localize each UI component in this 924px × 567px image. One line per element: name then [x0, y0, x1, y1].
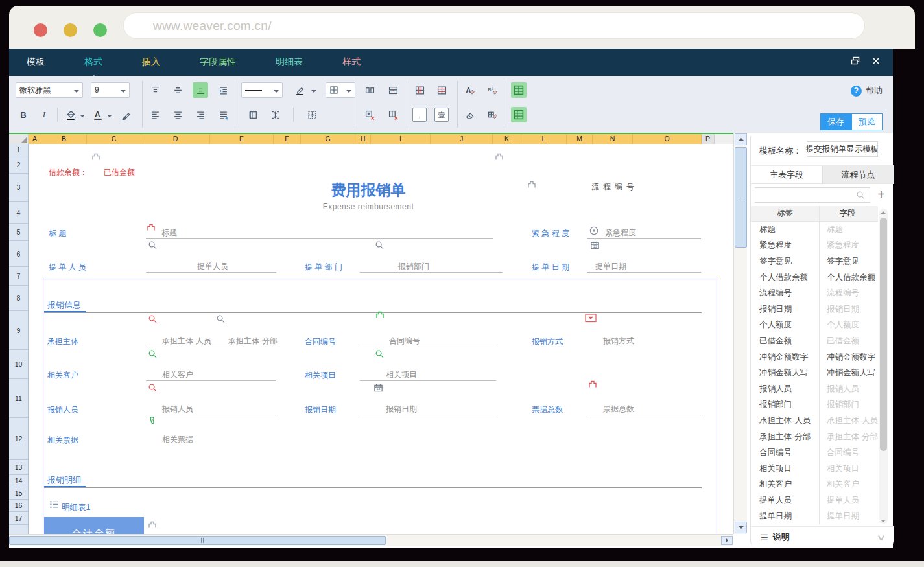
split-cell-button[interactable] — [362, 107, 377, 122]
dotted-grid-button[interactable] — [304, 107, 320, 122]
field-list-row[interactable]: 相关项目 相关项目 — [751, 461, 878, 477]
field-list-row[interactable]: 合同编号 合同编号 — [751, 445, 878, 461]
insert-column-line-button[interactable] — [412, 82, 427, 98]
total-amount-cell[interactable]: 合计金额 — [44, 517, 144, 534]
field-list-row[interactable]: 已借金额 已借金额 — [751, 333, 878, 349]
clear-cell-format-button[interactable]: BJ — [484, 82, 500, 98]
column-header[interactable]: C — [87, 134, 141, 144]
flow-number-field[interactable]: 流程编号 — [591, 181, 638, 192]
font-color-button[interactable]: A — [90, 107, 106, 122]
description-bar[interactable]: ☰ 说明 ∨ — [751, 526, 894, 548]
add-field-button[interactable]: + — [874, 187, 888, 202]
row-header[interactable]: 15 — [9, 487, 28, 500]
scroll-up-icon[interactable] — [881, 209, 886, 214]
traffic-light-zoom[interactable] — [93, 23, 107, 37]
detail-table-link[interactable]: 明细表1 — [62, 502, 90, 513]
field-list-row[interactable]: 冲销金额数字 冲销金额数字 — [751, 349, 878, 365]
table-eraser-button[interactable] — [484, 107, 500, 122]
loan-balance-field[interactable]: 已借金额 — [104, 167, 135, 178]
row-header[interactable]: 7 — [9, 267, 28, 286]
field-label-person[interactable]: 报销人员 — [47, 404, 78, 415]
field-value-customer[interactable]: 相关客户 — [162, 369, 193, 380]
merge-cells-button[interactable] — [362, 82, 377, 98]
scroll-up-button[interactable] — [735, 133, 747, 145]
field-value-submit-date[interactable]: 提单日期 — [595, 261, 626, 272]
save-button[interactable]: 保存 — [820, 113, 851, 130]
show-detail-grid-button[interactable] — [511, 107, 527, 122]
field-label-bills[interactable]: 相关票据 — [47, 435, 78, 446]
field-value-method[interactable]: 报销方式 — [603, 336, 634, 347]
fill-color-button[interactable] — [63, 107, 78, 122]
field-label-submitter[interactable]: 提 单 人 员 — [49, 262, 86, 273]
field-label-customer[interactable]: 相关客户 — [47, 370, 78, 381]
align-center-button[interactable] — [170, 107, 185, 122]
column-header[interactable]: N — [593, 134, 633, 144]
field-value-title[interactable]: 标题 — [161, 227, 177, 238]
panel-scroll-thumb[interactable] — [880, 218, 887, 451]
preview-button[interactable]: 预览 — [851, 113, 883, 130]
search-icon[interactable] — [148, 314, 158, 324]
radio-icon[interactable] — [589, 226, 599, 236]
field-value-bearer-person[interactable]: 承担主体-人员 — [162, 336, 211, 347]
insert-field-icon[interactable] — [587, 380, 598, 390]
traffic-light-close[interactable] — [34, 23, 47, 37]
field-value-bills[interactable]: 相关票据 — [162, 434, 193, 445]
search-icon[interactable] — [375, 240, 385, 250]
row-header[interactable]: 10 — [9, 350, 28, 379]
search-icon[interactable] — [148, 383, 158, 393]
field-list-row[interactable]: 标题 标题 — [751, 222, 878, 238]
row-header[interactable]: 8 — [9, 286, 28, 311]
border-grid-select[interactable] — [326, 82, 355, 98]
field-value-contract[interactable]: 合同编号 — [389, 336, 420, 347]
column-header[interactable]: M — [567, 134, 593, 144]
menu-tab[interactable]: 格式 — [84, 56, 102, 68]
indent-button[interactable] — [215, 82, 231, 98]
field-label-submit-dept[interactable]: 提 单 部 门 — [305, 262, 342, 273]
insert-field-icon[interactable] — [527, 180, 537, 191]
field-value-project[interactable]: 相关项目 — [386, 369, 417, 380]
section-title-info[interactable]: 报销信息 — [47, 299, 81, 311]
row-header[interactable]: 11 — [9, 379, 28, 418]
unmerge-cell-button[interactable] — [385, 107, 401, 122]
row-header[interactable]: 1 — [9, 144, 28, 156]
show-grid-button[interactable] — [511, 82, 527, 98]
column-header[interactable]: G — [301, 134, 355, 144]
insert-field-icon[interactable] — [494, 152, 504, 163]
field-list-row[interactable]: 提单日期 提单日期 — [751, 509, 878, 525]
align-right-button[interactable] — [193, 107, 208, 122]
panel-scrollbar[interactable] — [879, 209, 888, 524]
tab-main-table-fields[interactable]: 主表字段 — [751, 166, 822, 183]
search-icon[interactable] — [375, 349, 385, 359]
canvas-horizontal-scrollbar[interactable] — [9, 534, 733, 546]
valign-bottom-button[interactable] — [193, 82, 208, 98]
field-value-submitter[interactable]: 提单人员 — [197, 261, 228, 272]
close-window-icon[interactable] — [871, 56, 881, 66]
cell-frame-button[interactable] — [245, 107, 261, 122]
field-list-row[interactable]: 提单人员 提单人员 — [751, 492, 878, 509]
field-label-method[interactable]: 报销方式 — [532, 336, 563, 347]
field-label-title[interactable]: 标 题 — [49, 228, 66, 239]
chinese-uppercase-button[interactable]: 壹 — [434, 107, 449, 122]
field-value-count[interactable]: 票据总数 — [603, 404, 634, 415]
column-header[interactable]: O — [633, 134, 702, 144]
vertical-scroll-thumb[interactable] — [735, 147, 747, 248]
calendar-icon[interactable]: 13 — [373, 383, 383, 393]
field-label-date[interactable]: 报销日期 — [305, 404, 336, 415]
column-header[interactable]: F — [274, 134, 301, 144]
row-header[interactable]: 16 — [9, 500, 28, 512]
font-size-select[interactable]: 9 — [91, 82, 130, 98]
field-list-row[interactable]: 个人额度 个人额度 — [751, 318, 878, 334]
template-name-input[interactable]: 提交报销单显示模板 — [807, 141, 878, 157]
row-header[interactable]: 5 — [9, 224, 28, 241]
border-pen-button[interactable] — [292, 82, 307, 98]
row-header[interactable]: 4 — [9, 202, 28, 224]
field-value-urgency[interactable]: 紧急程度 — [605, 227, 636, 238]
select-all-corner[interactable] — [9, 134, 29, 144]
row-header[interactable]: 9 — [9, 311, 28, 350]
field-value-date[interactable]: 报销日期 — [386, 404, 417, 415]
field-list-row[interactable]: 签字意见 签字意见 — [751, 253, 878, 270]
field-label-bearer[interactable]: 承担主体 — [47, 336, 78, 347]
field-list-row[interactable]: 报销部门 报销部门 — [751, 397, 878, 413]
chevron-down-icon[interactable]: ∨ — [877, 533, 886, 542]
form-canvas[interactable]: 借款余额： 已借金额 费用报销单 Expense reimbursement 流… — [29, 144, 733, 534]
